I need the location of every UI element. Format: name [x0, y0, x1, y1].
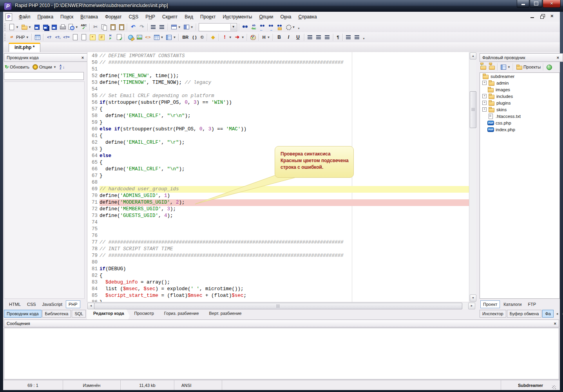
php-open-close-tag-button[interactable]: <?,	[54, 33, 62, 42]
tab-init-php[interactable]: init.php *	[9, 43, 40, 52]
menu-item-поиск[interactable]: Поиск	[57, 13, 77, 21]
tab-scroll-left-arrow[interactable]: ◄	[554, 311, 560, 316]
code-explorer-close-button[interactable]: ×	[80, 55, 86, 60]
replace-button[interactable]: ab4ac	[250, 23, 258, 31]
cut-button[interactable]: ✂	[91, 23, 100, 31]
open-file-button[interactable]: ▼	[20, 23, 33, 31]
paste-special-button[interactable]	[117, 23, 126, 31]
code-line-84[interactable]: list ($msec, $sec) = explode(' ', microt…	[100, 286, 469, 293]
insert-php-tags-button[interactable]: ⇄PHP▼	[7, 33, 30, 42]
html-to-php-button[interactable]: HP	[106, 33, 115, 42]
undo-button[interactable]: ↶	[129, 23, 138, 31]
tab-инспектор[interactable]: Инспектор	[480, 310, 506, 318]
find-button[interactable]	[241, 23, 250, 31]
code-line-81[interactable]: if(DEBUG)	[100, 266, 469, 273]
copy-button[interactable]	[100, 23, 109, 31]
new-folder-button[interactable]	[487, 63, 496, 71]
editor-tab-гориз-разбиение[interactable]: Гориз. разбиение	[158, 309, 207, 320]
editor-tab-просмотр[interactable]: Просмотр	[128, 309, 162, 320]
vertical-scroll-thumb[interactable]	[470, 91, 476, 128]
menu-item-вставка[interactable]: Вставка	[77, 13, 101, 21]
code-line-55[interactable]: // Set Email CRLF depending on platform	[100, 93, 469, 99]
color-picker-button[interactable]	[249, 33, 257, 42]
save-all-button[interactable]	[41, 23, 50, 31]
menu-item-css[interactable]: CSS	[125, 13, 142, 21]
insert-include-button[interactable]	[71, 33, 80, 42]
code-line-71[interactable]: define('MODERATORS_UGID', 2);	[100, 199, 469, 206]
find-next-button[interactable]	[267, 23, 275, 31]
code-line-72[interactable]: define('MEMBERS_UGID', 3);	[100, 206, 469, 213]
code-line-78[interactable]: // INIT SCRIPT START TIME	[100, 246, 469, 253]
bullet-list-button[interactable]	[344, 33, 353, 42]
tab-css[interactable]: CSS	[24, 300, 39, 308]
editor-tab-редактор-кода[interactable]: Редактор кода	[87, 309, 132, 320]
code-line-49[interactable]: // DEFINE IMPORTANT CONSTANTS	[100, 53, 469, 60]
edit-table-button[interactable]: ▼	[165, 33, 177, 42]
tab-php[interactable]: PHP	[66, 300, 80, 308]
expand-icon[interactable]: +	[482, 94, 487, 98]
code-line-51[interactable]	[100, 66, 469, 73]
expand-icon[interactable]: +	[482, 101, 487, 105]
menu-item-инструменты[interactable]: Инструменты	[219, 13, 256, 21]
scroll-down-arrow[interactable]: ▼	[470, 294, 476, 302]
refresh-button[interactable]: ↻ Обновить	[3, 63, 31, 70]
tab-ftp[interactable]: FTP	[525, 300, 539, 308]
php-open-tag-button[interactable]: <?	[45, 33, 54, 42]
code-line-53[interactable]: define('TIMENOW', TIME_NOW); // legacy	[100, 79, 469, 86]
tab-фа[interactable]: Фа	[542, 310, 553, 318]
insert-nbsp-button[interactable]: ( )	[190, 33, 198, 42]
insert-copyright-button[interactable]: ©	[199, 33, 206, 42]
code-line-86[interactable]: }	[100, 299, 469, 302]
preview-button[interactable]: ▼	[67, 23, 80, 31]
code-line-75[interactable]	[100, 226, 469, 233]
view-mode-button[interactable]: ▼	[499, 63, 512, 71]
tab-каталоги[interactable]: Каталоги	[501, 300, 524, 308]
code-line-58[interactable]: define('EMAIL_CRLF', "\r\n");	[100, 113, 469, 119]
menu-item-php[interactable]: PHP	[142, 13, 159, 21]
spell-check-button[interactable]: ABC✓	[80, 23, 88, 31]
code-line-77[interactable]: // #####################################…	[100, 239, 469, 246]
tab-проводник-кода[interactable]: Проводник кода	[4, 310, 42, 318]
tab-буфер-обмена[interactable]: Буфер обмена	[507, 310, 542, 318]
horizontal-scroll-thumb[interactable]	[94, 303, 462, 309]
editor-tab-верт-разбиение[interactable]: Верт. разбиение	[203, 309, 250, 320]
toolbar-overflow-button[interactable]: ▾	[362, 37, 366, 40]
tree-item-plugins[interactable]: +plugins	[480, 99, 559, 106]
scroll-up-arrow[interactable]: ▲	[470, 52, 476, 60]
mdi-restore-button[interactable]	[540, 14, 545, 19]
menu-item-формат[interactable]: Формат	[101, 13, 125, 21]
code-line-57[interactable]: {	[100, 106, 469, 113]
expand-icon[interactable]: +	[482, 107, 487, 112]
insert-image-button[interactable]	[135, 33, 144, 42]
syntax-check-button[interactable]	[115, 33, 123, 42]
tree-item-subdreamer[interactable]: subdreamer	[480, 73, 559, 79]
menu-item-справка[interactable]: Справка	[295, 13, 320, 21]
insert-br-button[interactable]: BR	[180, 33, 190, 42]
sort-az-button[interactable]: AZ ↓	[58, 63, 66, 70]
tree-item-skins[interactable]: +skins	[480, 106, 559, 113]
toolbar-grip[interactable]	[4, 23, 5, 31]
close-button[interactable]: ×	[543, 0, 561, 8]
code-line-70[interactable]: define('ADMINS_UGID', 1)	[100, 193, 469, 199]
bold-button[interactable]: B	[275, 33, 284, 42]
code-explorer-filter-input[interactable]	[4, 72, 84, 80]
messages-close-button[interactable]: ×	[554, 321, 556, 326]
insert-require-button[interactable]	[80, 33, 88, 42]
save-as-button[interactable]	[50, 23, 58, 31]
tab-html[interactable]: HTML	[6, 300, 24, 308]
numbered-list-button[interactable]	[353, 33, 362, 42]
mdi-minimize-button[interactable]	[530, 14, 535, 19]
insert-special-char-button[interactable]: !▼	[221, 33, 233, 42]
horizontal-scrollbar[interactable]: ◄ ►	[87, 302, 476, 309]
window-layout-button[interactable]: ▼	[170, 23, 182, 31]
code-line-56[interactable]: if(strtoupper(substr(PHP_OS, 0, 3) == 'W…	[100, 99, 469, 106]
align-right-button[interactable]	[323, 33, 332, 42]
tree-item-includes[interactable]: +includes	[480, 93, 559, 99]
tree-item--htaccess-txt[interactable]: .htaccess.txt	[480, 113, 559, 119]
resize-grip[interactable]	[552, 385, 556, 389]
comment-line-button[interactable]: //	[97, 33, 106, 42]
title-bar[interactable]: P Rapid PHP 2010 - [D:\DENWER\home\web\s…	[0, 0, 563, 12]
code-line-62[interactable]: define('EMAIL_CRLF', "\r");	[100, 139, 469, 146]
menu-item-файл[interactable]: Файл	[15, 13, 34, 21]
heading-button[interactable]: H▼	[261, 33, 272, 42]
